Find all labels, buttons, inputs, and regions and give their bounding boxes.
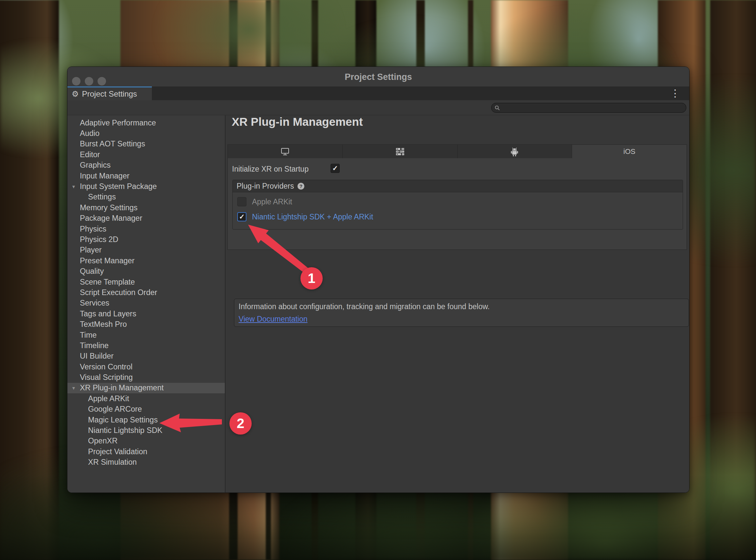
sidebar-item-label: Package Manager: [80, 214, 142, 223]
apple-arkit-label: Apple ARKit: [252, 198, 292, 206]
sidebar-item-adaptive-performance[interactable]: Adaptive Performance: [67, 118, 225, 128]
niantic-label: Niantic Lightship SDK + Apple ARKit: [252, 213, 373, 221]
help-icon[interactable]: ?: [297, 183, 304, 189]
sidebar-item-burst-aot-settings[interactable]: Burst AOT Settings: [67, 139, 225, 149]
sidebar-item-label: Project Validation: [88, 447, 147, 456]
sidebar-item-apple-arkit[interactable]: Apple ARKit: [67, 393, 225, 404]
sidebar-item-tags-and-layers[interactable]: Tags and Layers: [67, 308, 225, 319]
sidebar-item-quality[interactable]: Quality: [67, 266, 225, 276]
sidebar-item-label: Niantic Lightship SDK: [88, 426, 162, 435]
sidebar-item-audio[interactable]: Audio: [67, 128, 225, 139]
gear-icon: ⚙: [72, 90, 79, 98]
platform-tab-monitor[interactable]: [228, 145, 343, 158]
sidebar-item-label: Preset Manager: [80, 256, 134, 265]
sidebar-item-version-control[interactable]: Version Control: [67, 362, 225, 372]
sidebar-item-memory-settings[interactable]: Memory Settings: [67, 202, 225, 213]
sidebar-item-player[interactable]: Player: [67, 245, 225, 256]
sidebar-item-script-execution-order[interactable]: Script Execution Order: [67, 287, 225, 298]
sidebar-item-input-manager[interactable]: Input Manager: [67, 171, 225, 181]
sidebar-item-label: TextMesh Pro: [80, 320, 127, 329]
plugin-providers-label: Plug-in Providers: [237, 182, 294, 191]
ios-platform-panel: Initialize XR on Startup ✓ Plug-in Provi…: [228, 158, 687, 250]
monitor-icon: [280, 147, 290, 156]
sidebar-item-label: Graphics: [80, 161, 111, 169]
sidebar-item-label: Apple ARKit: [88, 394, 129, 403]
expander-triangle-icon[interactable]: ▼: [70, 184, 77, 189]
niantic-checkbox[interactable]: ✓: [237, 212, 247, 221]
tab-project-settings[interactable]: ⚙ Project Settings: [67, 86, 152, 100]
platform-tab-bar: iOS: [228, 144, 687, 159]
sidebar-item-label: Timeline: [80, 341, 109, 350]
sidebar-item-label: Version Control: [80, 362, 132, 372]
sidebar-item-input-system-package[interactable]: ▼Input System Package: [67, 181, 225, 192]
sidebar-item-label: XR Plug-in Management: [80, 383, 164, 392]
sidebar-item-preset-manager[interactable]: Preset Manager: [67, 256, 225, 266]
project-settings-window: Project Settings ⚙ Project Settings ⋮ Ad…: [67, 66, 690, 493]
window-titlebar[interactable]: Project Settings: [67, 67, 689, 86]
sidebar-item-label: Google ARCore: [88, 405, 142, 414]
documentation-info-box: Information about configuration, trackin…: [234, 299, 689, 327]
sidebar-item-graphics[interactable]: Graphics: [67, 160, 225, 171]
sidebar-item-label: Settings: [88, 193, 116, 201]
sidebar-item-label: XR Simulation: [88, 458, 137, 467]
step-1-badge: 1: [300, 267, 323, 289]
expander-triangle-icon[interactable]: ▼: [70, 385, 77, 391]
sidebar-item-niantic-lightship-sdk[interactable]: Niantic Lightship SDK: [67, 425, 225, 436]
kebab-menu-icon[interactable]: ⋮: [670, 88, 680, 99]
initialize-xr-checkbox[interactable]: ✓: [331, 164, 340, 173]
sidebar-item-label: Burst AOT Settings: [80, 140, 145, 148]
sidebar-item-label: Editor: [80, 150, 100, 159]
sidebar-item-project-validation[interactable]: Project Validation: [67, 446, 225, 457]
sidebar-item-scene-template[interactable]: Scene Template: [67, 277, 225, 287]
sidebar-item-label: Input Manager: [80, 172, 130, 180]
page-title: XR Plug-in Management: [232, 115, 363, 128]
initialize-xr-label: Initialize XR on Startup: [232, 165, 309, 174]
search-box[interactable]: [491, 103, 686, 113]
platform-tab-android[interactable]: [458, 145, 572, 158]
sidebar-item-textmesh-pro[interactable]: TextMesh Pro: [67, 319, 225, 329]
android-icon: [510, 147, 519, 157]
sidebar-item-label: UI Builder: [80, 352, 113, 361]
sidebar-item-label: Player: [80, 246, 102, 255]
sidebar-item-label: Script Execution Order: [80, 288, 157, 297]
platform-tab-embedded-server[interactable]: [343, 145, 458, 158]
sidebar-item-settings[interactable]: Settings: [67, 192, 225, 202]
sidebar-item-google-arcore[interactable]: Google ARCore: [67, 404, 225, 415]
sidebar-item-physics-2d[interactable]: Physics 2D: [67, 234, 225, 245]
settings-category-sidebar[interactable]: Adaptive PerformanceAudioBurst AOT Setti…: [67, 115, 226, 493]
search-input[interactable]: [500, 104, 678, 112]
apple-arkit-checkbox[interactable]: [237, 197, 247, 206]
sidebar-item-label: Audio: [80, 129, 100, 138]
sidebar-item-physics[interactable]: Physics: [67, 224, 225, 234]
platform-tab-ios[interactable]: iOS: [572, 145, 687, 158]
sidebar-item-ui-builder[interactable]: UI Builder: [67, 351, 225, 362]
sidebar-item-label: Memory Settings: [80, 203, 138, 212]
platform-tab-label: iOS: [624, 147, 635, 156]
plugin-providers-header: Plug-in Providers ?: [233, 180, 683, 192]
sidebar-item-xr-plug-in-management[interactable]: ▼XR Plug-in Management: [67, 383, 225, 393]
sidebar-item-magic-leap-settings[interactable]: Magic Leap Settings: [67, 415, 225, 425]
search-toolbar: [67, 100, 689, 115]
sidebar-item-xr-simulation[interactable]: XR Simulation: [67, 457, 225, 468]
sidebar-item-timeline[interactable]: Timeline: [67, 340, 225, 351]
sidebar-item-visual-scripting[interactable]: Visual Scripting: [67, 372, 225, 382]
sidebar-item-label: Input System Package: [80, 182, 157, 191]
sidebar-item-label: Quality: [80, 267, 104, 276]
sidebar-item-label: Time: [80, 331, 97, 340]
sidebar-item-package-manager[interactable]: Package Manager: [67, 213, 225, 224]
sidebar-item-label: Adaptive Performance: [80, 119, 156, 127]
sidebar-item-label: Scene Template: [80, 278, 135, 286]
window-title: Project Settings: [67, 72, 689, 82]
view-documentation-link[interactable]: View Documentation: [238, 315, 308, 323]
embedded-server-icon: [395, 148, 404, 156]
sidebar-item-editor[interactable]: Editor: [67, 149, 225, 160]
sidebar-item-openxr[interactable]: OpenXR: [67, 436, 225, 446]
sidebar-item-time[interactable]: Time: [67, 330, 225, 340]
sidebar-item-label: Physics: [80, 225, 106, 234]
info-text: Information about configuration, trackin…: [238, 302, 689, 311]
sidebar-item-services[interactable]: Services: [67, 298, 225, 308]
plugin-providers-group: Plug-in Providers ? Apple ARKit ✓ Nianti…: [232, 180, 683, 229]
sidebar-item-label: Tags and Layers: [80, 309, 136, 318]
sidebar-item-label: OpenXR: [88, 437, 118, 445]
settings-detail-pane: XR Plug-in Management iOS Initialize XR …: [226, 115, 689, 493]
